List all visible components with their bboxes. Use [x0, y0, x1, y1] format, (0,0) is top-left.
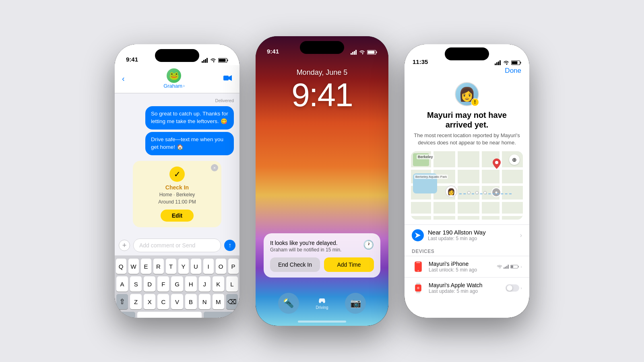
dynamic-island-1 — [155, 49, 199, 62]
road-h-4 — [411, 214, 523, 216]
svg-rect-6 — [219, 59, 226, 62]
key-k[interactable]: K — [213, 276, 224, 292]
key-x[interactable]: X — [144, 294, 155, 309]
status-icons-1 — [202, 58, 228, 63]
send-button[interactable]: ↑ — [224, 240, 235, 251]
svg-rect-1 — [203, 60, 204, 63]
message-input[interactable]: Add comment or Send — [133, 239, 221, 252]
checkin-close-button[interactable]: × — [211, 164, 218, 171]
arrow-icon — [415, 232, 421, 238]
device-row-watch[interactable]: Mayuri's Apple Watch Last update: 5 min … — [405, 277, 529, 298]
road-v-3 — [479, 151, 482, 220]
home-bar-2 — [298, 321, 346, 323]
notification-subtitle: Graham will be notified in 15 min. — [270, 247, 341, 253]
svg-rect-0 — [202, 61, 203, 63]
keyboard-row-3: ⇧ Z X C V B N M ⌫ — [116, 294, 238, 309]
key-y[interactable]: Y — [178, 259, 189, 274]
driving-label: Driving — [316, 305, 328, 310]
key-s[interactable]: S — [130, 276, 142, 292]
svg-point-16 — [319, 301, 321, 303]
key-t[interactable]: T — [166, 259, 176, 274]
device-row-iphone[interactable]: Mayuri's iPhone Last unlock: 5 min ago › — [405, 256, 529, 277]
svg-rect-35 — [518, 266, 519, 267]
checkin-icon: ✓ — [169, 167, 185, 182]
key-z[interactable]: Z — [130, 294, 142, 309]
done-button[interactable]: Done — [505, 67, 521, 75]
key-a[interactable]: A — [116, 276, 128, 292]
key-p[interactable]: P — [228, 259, 239, 274]
svg-point-40 — [417, 287, 419, 289]
key-c[interactable]: C — [157, 294, 169, 309]
dynamic-island-3 — [445, 47, 489, 60]
key-r[interactable]: R — [153, 259, 164, 274]
contact-header[interactable]: 🐸 Graham › — [163, 68, 184, 89]
map-label-aquatic: Berkeley Aquatic Park — [414, 175, 448, 179]
space-key[interactable]: space — [137, 312, 202, 318]
camera-button[interactable]: 📷 — [345, 293, 366, 314]
road-v-2 — [455, 151, 458, 220]
add-time-button[interactable]: Add Time — [324, 257, 374, 272]
lockscreen-date: Monday, June 5 — [256, 68, 388, 77]
car-icon — [318, 297, 326, 304]
svg-rect-18 — [495, 64, 496, 65]
phone-findmy: 11:35 Done 👩 ! — [405, 44, 529, 318]
watch-device-status: › — [506, 284, 522, 292]
svg-rect-11 — [354, 51, 355, 55]
alert-title: Mayuri may not have arrived yet. — [413, 110, 521, 130]
svg-rect-10 — [352, 52, 353, 55]
key-w[interactable]: W — [128, 259, 139, 274]
svg-rect-7 — [223, 76, 229, 80]
status-time-3: 11:35 — [413, 58, 428, 65]
shift-key[interactable]: ⇧ — [116, 294, 128, 309]
end-checkin-button[interactable]: End Check In — [270, 257, 320, 272]
watch-device-name: Mayuri's Apple Watch — [429, 282, 502, 288]
location-name: Near 190 Allston Way — [428, 229, 516, 236]
flashlight-button[interactable]: 🔦 — [278, 293, 299, 314]
key-v[interactable]: V — [171, 294, 183, 309]
svg-rect-37 — [416, 283, 420, 284]
map-label-berkeley: Berkeley — [417, 154, 434, 159]
key-q[interactable]: Q — [116, 259, 126, 274]
svg-point-17 — [323, 301, 325, 303]
checkin-location: Home · Berkeley — [138, 191, 216, 198]
lockscreen-notification: It looks like you're delayed. Graham wil… — [264, 233, 380, 278]
numbers-key[interactable]: 123 — [118, 312, 135, 318]
back-button[interactable]: ‹ — [122, 74, 125, 83]
watch-device-icon — [412, 282, 425, 294]
key-e[interactable]: E — [141, 259, 151, 274]
ls-wifi-icon — [359, 50, 365, 55]
driving-mode[interactable]: Driving — [312, 293, 332, 314]
return-key[interactable]: return — [204, 312, 236, 318]
key-m[interactable]: M — [213, 294, 224, 309]
key-d[interactable]: D — [144, 276, 155, 292]
key-o[interactable]: O — [216, 259, 226, 274]
notification-header: It looks like you're delayed. Graham wil… — [270, 240, 374, 253]
svg-rect-31 — [505, 267, 506, 269]
location-row[interactable]: Near 190 Allston Way Last update: 5 min … — [405, 224, 529, 245]
checkin-edit-button[interactable]: Edit — [161, 210, 194, 222]
phone-messages: 9:41 ‹ 🐸 Graham › — [115, 44, 239, 318]
ls-signal-icon — [351, 50, 357, 55]
location-map[interactable]: 👩 ● ⊕ Berkeley Berkeley Aquatic Park — [411, 151, 523, 220]
key-g[interactable]: G — [171, 276, 183, 292]
lockscreen-clock: 9:41 — [256, 78, 388, 111]
key-n[interactable]: N — [199, 294, 211, 309]
video-icon — [223, 75, 232, 81]
keyboard: Q W E R T Y U I O P A S D F G H J K L — [115, 255, 239, 318]
message-bubble-1: So great to catch up. Thanks for letting… — [145, 106, 234, 130]
key-f[interactable]: F — [157, 276, 169, 292]
delete-key[interactable]: ⌫ — [226, 294, 238, 309]
checkin-title: Check In — [138, 184, 216, 191]
svg-rect-33 — [508, 265, 509, 269]
svg-point-25 — [495, 161, 498, 164]
key-h[interactable]: H — [185, 276, 197, 292]
key-j[interactable]: J — [199, 276, 211, 292]
key-b[interactable]: B — [185, 294, 197, 309]
attachment-button[interactable]: + — [119, 240, 130, 251]
iphone-device-icon — [412, 260, 425, 273]
key-l[interactable]: L — [226, 276, 238, 292]
key-u[interactable]: U — [191, 259, 201, 274]
ls-battery-icon — [367, 50, 377, 55]
key-i[interactable]: I — [203, 259, 214, 274]
video-call-button[interactable] — [223, 74, 232, 83]
